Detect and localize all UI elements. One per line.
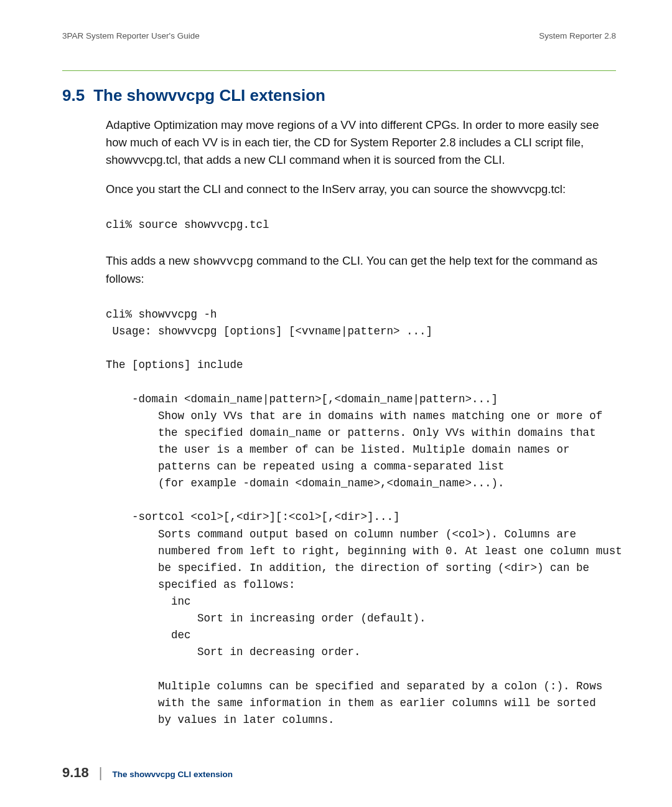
footer-section-title: The showvvcpg CLI extension [113, 770, 233, 779]
paragraph-2: Once you start the CLI and connect to th… [106, 181, 616, 198]
document-page: 3PAR System Reporter User's Guide System… [0, 0, 672, 807]
header-left: 3PAR System Reporter User's Guide [62, 31, 200, 40]
paragraph-1: Adaptive Optimization may move regions o… [106, 116, 616, 168]
footer-separator: | [99, 765, 103, 781]
paragraph-3-part-a: This adds a new [106, 254, 193, 267]
page-footer: 9.18 | The showvvcpg CLI extension [62, 765, 233, 781]
inline-code-showvvcpg: showvvcpg [193, 255, 253, 268]
section-number: 9.5 [62, 86, 85, 105]
header-rule [62, 70, 616, 71]
section-heading: 9.5 The showvvcpg CLI extension [62, 86, 616, 105]
footer-page-number: 9.18 [62, 765, 89, 781]
section-title: The showvvcpg CLI extension [93, 86, 325, 105]
paragraph-3: This adds a new showvvcpg command to the… [106, 252, 616, 288]
header-right: System Reporter 2.8 [539, 31, 616, 40]
code-block-2: cli% showvvcpg -h Usage: showvvcpg [opti… [106, 306, 616, 729]
page-header: 3PAR System Reporter User's Guide System… [62, 31, 616, 40]
section-body: Adaptive Optimization may move regions o… [106, 116, 616, 729]
code-block-1: cli% source showvvcpg.tcl [106, 217, 616, 234]
